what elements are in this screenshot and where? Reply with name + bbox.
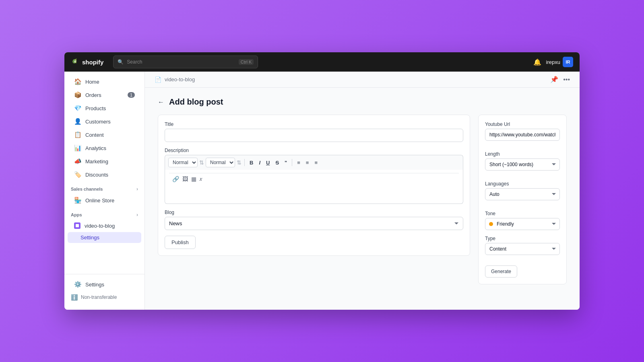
table-icon[interactable]: ▦ — [191, 176, 196, 182]
tone-dot — [489, 222, 493, 226]
variable-icon[interactable]: 𝒙 — [200, 175, 202, 182]
heading-select[interactable]: Normal — [206, 158, 235, 167]
notification-icon[interactable]: 🔔 — [533, 58, 541, 66]
orders-badge: 1 — [128, 92, 135, 98]
bold-button[interactable]: B — [248, 158, 255, 167]
main-layout: 🏠 Home 📦 Orders 1 💎 Products 👤 Customers — [64, 72, 580, 310]
tone-group: Tone Friendly Professional Casual — [485, 211, 560, 230]
length-label: Length — [485, 151, 560, 157]
sidebar-item-online-store[interactable]: 🏪 Online Store — [68, 194, 141, 207]
non-transferable-label: ℹ️ Non-transferable — [64, 291, 144, 303]
svg-rect-0 — [74, 61, 76, 61]
sidebar-item-label: Home — [85, 79, 99, 85]
pin-icon[interactable]: 📌 — [550, 76, 558, 83]
strikethrough-button[interactable]: S — [273, 158, 281, 167]
youtube-url-group: Youtube Url — [485, 121, 560, 146]
apps-label: Apps — [71, 212, 82, 217]
generate-button[interactable]: Generate — [485, 265, 517, 278]
breadcrumb: 📄 video-to-blog — [155, 76, 195, 83]
breadcrumb-text: video-to-blog — [165, 76, 195, 82]
sidebar-item-label: Customers — [85, 119, 111, 125]
languages-select[interactable]: Auto English Spanish — [485, 188, 560, 200]
underline-button[interactable]: U — [264, 158, 272, 167]
page-content: ← Add blog post Title Description — [145, 88, 580, 310]
publish-button[interactable]: Publish — [165, 236, 196, 249]
length-select[interactable]: Short (~1000 words) Medium (~2000 words)… — [485, 158, 560, 171]
sidebar-sub-item-settings[interactable]: Settings — [68, 232, 141, 243]
back-button[interactable]: ← — [158, 99, 164, 106]
sidebar-item-discounts[interactable]: 🏷️ Discounts — [68, 168, 141, 181]
side-panel-card: Youtube Url Length Short (~1000 words) M… — [478, 115, 567, 284]
ordered-list-button[interactable]: ≡ — [295, 158, 302, 167]
title-label: Title — [165, 121, 463, 127]
description-group: Description Normal ⇅ Normal ⇅ — [165, 148, 463, 204]
youtube-url-label: Youtube Url — [485, 121, 560, 127]
blog-group: Blog News Blog Updates — [165, 210, 463, 230]
app-icon — [74, 222, 80, 229]
rte-toolbar: Normal ⇅ Normal ⇅ B I — [165, 155, 463, 170]
logo-text: shopify — [82, 59, 103, 66]
quote-button[interactable]: " — [283, 158, 289, 167]
breadcrumb-icon: 📄 — [155, 76, 161, 83]
sidebar-bottom: ⚙️ Settings ℹ️ Non-transferable — [64, 274, 144, 306]
apps-section: Apps › — [64, 207, 144, 219]
toolbar-divider — [244, 159, 245, 166]
user-badge[interactable]: irepxu IR — [546, 57, 573, 67]
sales-channels-section: Sales channels › — [64, 181, 144, 193]
settings-icon: ⚙️ — [74, 281, 81, 288]
toolbar-divider-2 — [292, 159, 292, 166]
align-center-button[interactable]: ≡ — [304, 158, 311, 167]
page-header: ← Add blog post — [158, 97, 567, 107]
sidebar-item-orders[interactable]: 📦 Orders 1 — [68, 88, 141, 101]
sidebar-item-label: Online Store — [85, 197, 114, 204]
sidebar: 🏠 Home 📦 Orders 1 💎 Products 👤 Customers — [64, 72, 145, 310]
align-right-button[interactable]: ≡ — [312, 158, 320, 167]
sidebar-item-label: Analytics — [85, 145, 106, 151]
sidebar-item-label: video-to-blog — [85, 223, 115, 229]
tone-select[interactable]: Friendly Professional Casual — [485, 218, 560, 230]
discounts-icon: 🏷️ — [74, 171, 81, 178]
products-icon: 💎 — [74, 105, 81, 112]
sidebar-item-marketing[interactable]: 📣 Marketing — [68, 155, 141, 168]
section-label: Sales channels — [71, 187, 103, 191]
marketing-icon: 📣 — [74, 158, 81, 165]
more-options-icon[interactable]: ••• — [563, 76, 570, 83]
sidebar-item-label: Discounts — [85, 172, 108, 178]
type-group: Type Content Tutorial Review — [485, 236, 560, 260]
sidebar-item-settings-main[interactable]: ⚙️ Settings — [68, 278, 141, 291]
search-icon: 🔍 — [118, 59, 124, 65]
sidebar-item-label: Products — [85, 105, 106, 111]
languages-group: Languages Auto English Spanish — [485, 181, 560, 205]
avatar: IR — [563, 57, 573, 67]
rte-editable[interactable] — [169, 184, 459, 200]
tone-select-wrap: Friendly Professional Casual — [485, 218, 560, 230]
sidebar-item-label: Content — [85, 132, 104, 138]
style-select[interactable]: Normal — [168, 158, 198, 167]
youtube-url-input[interactable] — [485, 129, 560, 141]
sidebar-item-analytics[interactable]: 📊 Analytics — [68, 142, 141, 154]
blog-select[interactable]: News Blog Updates — [165, 217, 463, 230]
type-select[interactable]: Content Tutorial Review — [485, 243, 560, 255]
side-panel-col: Youtube Url Length Short (~1000 words) M… — [478, 115, 567, 289]
chevron-right-icon: › — [136, 186, 138, 192]
sidebar-nav: 🏠 Home 📦 Orders 1 💎 Products 👤 Customers — [64, 75, 144, 274]
main-form-col: Title Description Normal ⇅ — [158, 115, 470, 261]
sidebar-item-products[interactable]: 💎 Products — [68, 102, 141, 115]
breadcrumb-actions: 📌 ••• — [550, 76, 570, 83]
sidebar-item-video-to-blog[interactable]: video-to-blog — [68, 220, 141, 232]
topbar: shopify 🔍 Search Ctrl K 🔔 irepxu IR — [64, 52, 580, 72]
username: irepxu — [546, 59, 560, 65]
sidebar-item-content[interactable]: 📋 Content — [68, 128, 141, 141]
logo[interactable]: shopify — [71, 58, 103, 66]
page-title: Add blog post — [169, 97, 223, 107]
sidebar-item-label: Settings — [85, 282, 104, 288]
sidebar-item-home[interactable]: 🏠 Home — [68, 75, 141, 88]
link-icon[interactable]: 🔗 — [172, 176, 179, 182]
length-group: Length Short (~1000 words) Medium (~2000… — [485, 151, 560, 175]
sidebar-item-customers[interactable]: 👤 Customers — [68, 115, 141, 128]
search-shortcut: Ctrl K — [239, 59, 254, 65]
title-input[interactable] — [165, 129, 463, 142]
search-bar[interactable]: 🔍 Search Ctrl K — [113, 56, 258, 68]
italic-button[interactable]: I — [257, 158, 262, 167]
image-icon[interactable]: 🖼 — [182, 176, 188, 182]
